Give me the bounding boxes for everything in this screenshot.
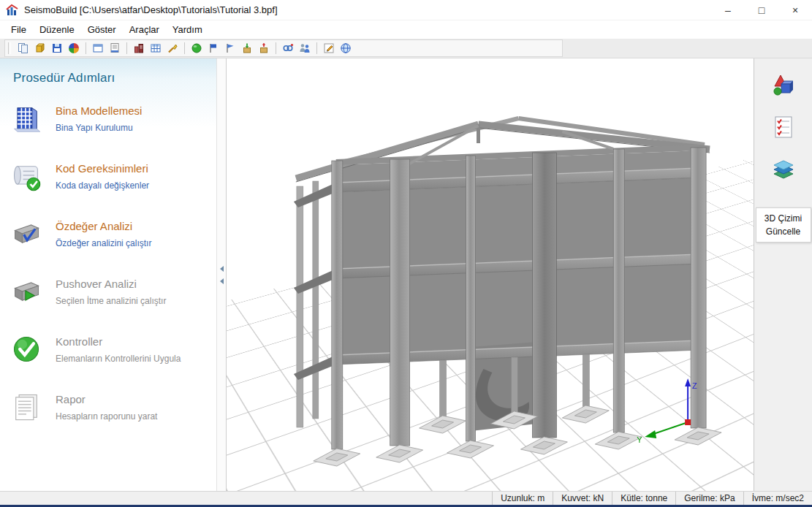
save-icon[interactable]	[50, 41, 64, 56]
copy-icon[interactable]	[16, 41, 31, 56]
step-sublabel[interactable]: Seçilen İtme analizini çalıştır	[56, 296, 166, 306]
step-bina-modellemesi[interactable]: Bina Modellemesi Bina Yapı Kurulumu	[0, 94, 216, 152]
window-frame-icon[interactable]	[91, 41, 105, 56]
step-label[interactable]: Kod Gereksinimleri	[56, 162, 149, 175]
building-model: Z Y	[227, 58, 754, 491]
status-length-unit: Uzunluk: m	[492, 492, 553, 505]
status-acceleration-unit: İvme: m/sec2	[743, 492, 812, 505]
toolbar-separator	[316, 42, 317, 54]
step-label[interactable]: Rapor	[56, 393, 157, 405]
title-bar: SeismoBuild [C:\Users\atfar\Desktop\Tuto…	[0, 0, 812, 20]
building-red-icon[interactable]	[132, 41, 146, 56]
export-box-icon[interactable]	[257, 41, 271, 56]
pushover-box-icon	[10, 275, 44, 308]
toolbar-separator	[86, 42, 86, 54]
shapes-3d-icon[interactable]	[767, 69, 800, 101]
axis-z-label: Z	[692, 381, 697, 390]
open-icon[interactable]	[33, 41, 48, 56]
flag-blue-icon[interactable]	[206, 41, 221, 56]
checklist-icon[interactable]	[767, 111, 800, 143]
update-3d-button[interactable]: 3D Çizimi Güncelle	[756, 207, 811, 243]
menu-araclar[interactable]: Araçlar	[123, 22, 166, 37]
green-check-icon	[10, 333, 44, 365]
close-button[interactable]: ×	[778, 0, 812, 20]
step-kod-gereksinimleri[interactable]: Kod Gereksinimleri Koda dayalı değişkenl…	[0, 152, 216, 210]
toolbar-separator	[184, 42, 185, 54]
import-box-icon[interactable]	[240, 41, 254, 56]
step-ozdeger-analizi[interactable]: Özdeğer Analizi Özdeğer analizini çalışt…	[0, 210, 216, 267]
analysis-sphere-icon[interactable]	[189, 41, 204, 56]
step-sublabel[interactable]: Bina Yapı Kurulumu	[56, 123, 142, 133]
step-label[interactable]: Özdeğer Analizi	[56, 220, 151, 232]
status-bar: Uzunluk: m Kuvvet: kN Kütle: tonne Geril…	[0, 491, 812, 505]
procedure-sidebar: Prosedür Adımları	[0, 58, 216, 491]
toolbar-separator	[126, 42, 127, 54]
flag-pennant-icon[interactable]	[223, 41, 238, 56]
brush-icon[interactable]	[165, 41, 180, 56]
menu-bar: File Düzenle Göster Araçlar Yardım	[0, 20, 812, 39]
seismobuild-logo-icon	[6, 4, 19, 17]
status-force-unit: Kuvvet: kN	[553, 492, 612, 505]
3d-viewport[interactable]: Z Y	[226, 58, 754, 491]
edit-note-icon[interactable]	[322, 41, 336, 56]
globe-icon[interactable]	[338, 41, 353, 56]
update-3d-line1: 3D Çizimi	[764, 213, 802, 224]
layers-icon[interactable]	[767, 153, 800, 186]
status-mass-unit: Kütle: tonne	[612, 492, 675, 505]
group-icon[interactable]	[297, 41, 312, 56]
report-icon	[10, 391, 44, 423]
step-sublabel[interactable]: Hesapların raporunu yarat	[56, 411, 157, 422]
menu-yardim[interactable]: Yardım	[166, 22, 209, 37]
step-sublabel[interactable]: Koda dayalı değişkenler	[56, 180, 149, 191]
table-icon[interactable]	[148, 41, 163, 56]
link-icon[interactable]	[281, 41, 295, 56]
footings	[314, 405, 721, 466]
menu-goster[interactable]: Göster	[81, 22, 123, 37]
step-sublabel[interactable]: Özdeğer analizini çalıştır	[56, 238, 151, 248]
menu-duzenle[interactable]: Düzenle	[33, 22, 81, 37]
minimize-button[interactable]: –	[711, 0, 745, 20]
step-rapor[interactable]: Rapor Hesapların raporunu yarat	[0, 383, 216, 441]
step-label[interactable]: Bina Modellemesi	[56, 104, 142, 117]
maximize-button[interactable]: □	[745, 0, 778, 20]
sidebar-splitter[interactable]	[216, 58, 226, 491]
eigen-box-icon	[10, 218, 44, 250]
toolbar-row	[0, 39, 812, 58]
window-title: SeismoBuild [C:\Users\atfar\Desktop\Tuto…	[24, 4, 711, 15]
status-stress-unit: Gerilme: kPa	[675, 492, 743, 505]
step-kontroller[interactable]: Kontroller Elemanların Kontrollerini Uyg…	[0, 325, 216, 383]
collapse-arrow-icon	[220, 278, 224, 284]
print-icon[interactable]	[107, 41, 122, 56]
toolbar	[4, 39, 563, 57]
procedure-steps: Bina Modellemesi Bina Yapı Kurulumu	[0, 94, 216, 441]
sidebar-title: Prosedür Adımları	[0, 58, 216, 94]
building-icon	[10, 102, 44, 134]
step-sublabel[interactable]: Elemanların Kontrollerini Uygula	[56, 354, 181, 364]
update-3d-line2: Güncelle	[766, 226, 800, 237]
menu-file[interactable]: File	[4, 22, 33, 37]
step-label[interactable]: Kontroller	[56, 335, 181, 348]
toolbar-grip[interactable]	[8, 42, 11, 54]
right-tool-panel: 3D Çizimi Güncelle	[754, 58, 812, 491]
collapse-arrow-icon	[220, 266, 224, 272]
axis-y-label: Y	[637, 435, 642, 444]
scroll-check-icon	[10, 160, 44, 192]
settings-fan-icon[interactable]	[67, 41, 81, 56]
toolbar-separator	[276, 42, 276, 54]
step-label[interactable]: Pushover Analizi	[56, 278, 166, 290]
step-pushover-analizi[interactable]: Pushover Analizi Seçilen İtme analizini …	[0, 267, 216, 325]
